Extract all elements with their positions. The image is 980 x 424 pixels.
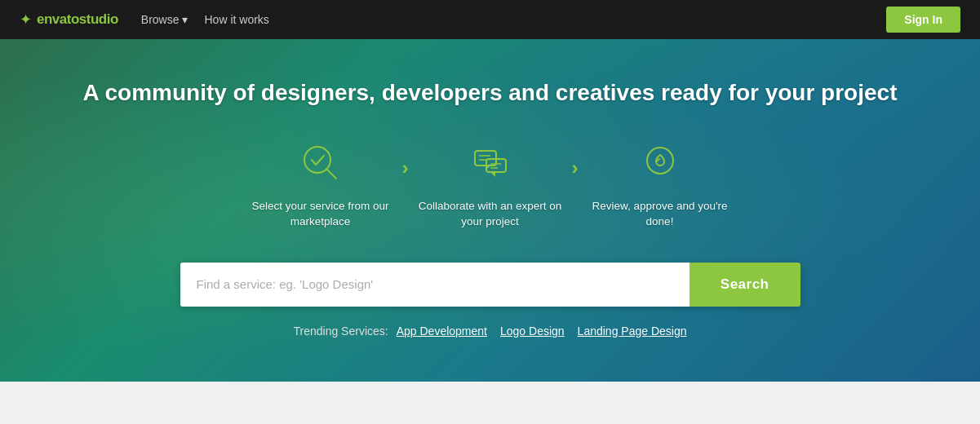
steps-container: Select your service from our marketplace… — [247, 139, 734, 230]
step-collaborate-icon — [466, 139, 515, 188]
step-select-icon — [296, 139, 345, 188]
sign-in-button[interactable]: Sign In — [886, 7, 960, 33]
footer-area — [0, 382, 980, 424]
browse-link[interactable]: Browse ▾ — [141, 13, 188, 26]
svg-point-8 — [647, 148, 673, 174]
svg-line-1 — [326, 169, 336, 179]
chevron-down-icon: ▾ — [182, 13, 188, 26]
trending-links: App Development Logo Design Landing Page… — [397, 325, 687, 338]
step-review: Review, approve and you're done! — [587, 139, 734, 230]
step-review-label: Review, approve and you're done! — [587, 199, 734, 230]
nav-links: Browse ▾ How it works — [141, 13, 269, 26]
trending-link-landing-page-design[interactable]: Landing Page Design — [578, 325, 687, 338]
trending-link-app-development[interactable]: App Development — [397, 325, 487, 338]
trending-section: Trending Services: App Development Logo … — [293, 325, 686, 338]
step-review-icon — [636, 139, 685, 188]
logo-icon: ✦ — [20, 11, 32, 29]
logo[interactable]: ✦ envatostudio — [20, 11, 118, 29]
hero-section: A community of designers, developers and… — [0, 39, 980, 382]
search-input[interactable] — [180, 263, 690, 307]
hero-title: A community of designers, developers and… — [83, 80, 898, 106]
search-button[interactable]: Search — [690, 263, 800, 307]
navbar: ✦ envatostudio Browse ▾ How it works Sig… — [0, 0, 980, 39]
step-collaborate-label: Collaborate with an expert on your proje… — [417, 199, 564, 230]
navbar-left: ✦ envatostudio Browse ▾ How it works — [20, 11, 269, 29]
trending-link-logo-design[interactable]: Logo Design — [500, 325, 565, 338]
arrow-icon-2: › — [572, 157, 579, 179]
step-select-label: Select your service from our marketplace — [247, 199, 394, 230]
step-select: Select your service from our marketplace — [247, 139, 394, 230]
how-it-works-link[interactable]: How it works — [204, 13, 268, 26]
step-collaborate: Collaborate with an expert on your proje… — [417, 139, 564, 230]
trending-label: Trending Services: — [293, 325, 388, 338]
search-bar: Search — [180, 263, 800, 307]
logo-text: envatostudio — [37, 11, 118, 28]
arrow-icon-1: › — [402, 157, 409, 179]
